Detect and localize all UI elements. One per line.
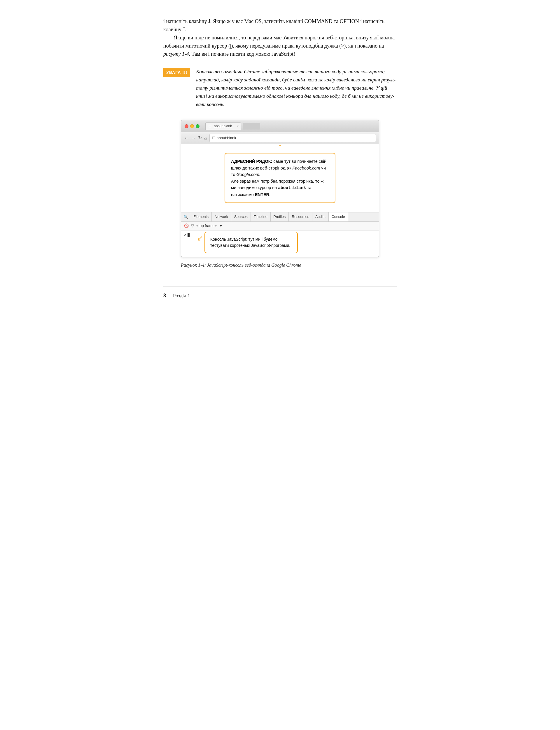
- console-callout-title: Консоль JavaScript:: [210, 237, 247, 241]
- maximize-button-icon: [196, 124, 199, 128]
- devtools-bar: 🔍 Elements Network Sources Timeline Prof…: [181, 212, 379, 222]
- devtools-search-icon: 🔍: [181, 213, 190, 221]
- reload-button: ↻: [198, 134, 202, 142]
- tab-page-icon: ☐: [209, 124, 211, 129]
- browser-mockup: ☐ about:blank × ← → ↻ ⌂ ☐ about:blank: [181, 120, 379, 257]
- page-content: і натисніть клавішу J. Якщо ж у вас Mac …: [163, 17, 397, 300]
- browser-tab: ☐ about:blank ×: [205, 122, 241, 130]
- devtools-tab-elements: Elements: [190, 212, 212, 221]
- devtools-tab-audits: Audits: [312, 212, 329, 221]
- browser-content: ↑ АДРЕСНИЙ РЯДОК: саме тут ви починаєте …: [181, 144, 379, 212]
- tab-title: about:blank: [214, 123, 232, 129]
- traffic-lights: [185, 124, 199, 128]
- callout-arrow-left: ↙: [197, 232, 203, 244]
- frame-label: <top frame>: [196, 223, 217, 229]
- devtools-tabs: Elements Network Sources Timeline Profil…: [190, 212, 348, 221]
- console-greater-than: >: [184, 232, 186, 238]
- callout-arrow-up: ↑: [278, 142, 282, 150]
- devtools-frame-bar: 🚫 ▽ <top frame> ▼: [181, 222, 379, 230]
- figure-caption: Рисунок 1-4: JavaScript-консоль веб-огля…: [181, 262, 301, 269]
- callout-title: АДРЕСНИЙ РЯДОК:: [231, 159, 272, 164]
- warning-text: Консоль веб-оглядача Chrome забарвлювати…: [196, 67, 397, 108]
- tab-close-icon: ×: [237, 124, 239, 129]
- minimize-button-icon: [190, 124, 194, 128]
- text-line-2a: Якщо ви ніде не помилилися, то перед вам…: [163, 35, 395, 49]
- address-callout-box: ↑ АДРЕСНИЙ РЯДОК: саме тут ви починаєте …: [225, 153, 335, 203]
- frame-dropdown-icon: ▼: [219, 223, 223, 229]
- tab-area: ☐ about:blank ×: [205, 122, 375, 130]
- devtools-tab-profiles: Profiles: [271, 212, 289, 221]
- page-number: 8: [163, 292, 166, 300]
- caption-text: JavaScript-консоль веб-оглядача Google C…: [207, 262, 301, 267]
- new-tab-placeholder: [243, 123, 260, 129]
- address-bar: ☐ about:blank: [209, 134, 376, 142]
- frame-filter-icon: ▽: [191, 223, 194, 229]
- callout-paragraph: АДРЕСНИЙ РЯДОК: саме тут ви починаєте св…: [231, 158, 329, 198]
- caption-italic: Рисунок 1-4:: [181, 262, 207, 267]
- devtools-tab-sources: Sources: [231, 212, 251, 221]
- console-cursor: [188, 233, 190, 237]
- text-line-1: і натисніть клавішу J. Якщо ж у вас Mac …: [163, 18, 384, 32]
- devtools-tab-console: Console: [329, 212, 348, 221]
- address-text: about:blank: [217, 135, 236, 141]
- home-button: ⌂: [204, 134, 207, 142]
- callout-enter: ENTER: [255, 192, 269, 197]
- paragraph-2: Якщо ви ніде не помилилися, то перед вам…: [163, 34, 397, 58]
- back-button: ←: [184, 134, 189, 142]
- console-callout-text: Консоль JavaScript: тут ми і будемо тест…: [210, 236, 292, 248]
- page-icon: ☐: [212, 135, 215, 141]
- close-button-icon: [185, 124, 188, 128]
- devtools-tab-timeline: Timeline: [251, 212, 271, 221]
- forward-button: →: [191, 134, 196, 142]
- figure-container: ☐ about:blank × ← → ↻ ⌂ ☐ about:blank: [163, 120, 397, 269]
- console-callout-box: ↙ Консоль JavaScript: тут ми і будемо те…: [204, 232, 298, 253]
- browser-titlebar: ☐ about:blank ×: [181, 120, 379, 132]
- callout-italic-2: Google.com.: [237, 172, 260, 177]
- frame-prohibit-icon: 🚫: [184, 223, 189, 229]
- page-chapter: Розділ 1: [173, 292, 190, 300]
- text-italic-ref: рисунку 1-4.: [163, 51, 190, 57]
- devtools-console-area: > ↙ Консоль JavaScript: тут ми і будемо …: [181, 230, 379, 257]
- warning-block: УВАГА !!! Консоль веб-оглядача Chrome за…: [163, 67, 397, 108]
- text-line-2b: Там ви і почнете писати код мовою JavaSc…: [190, 51, 295, 57]
- page-footer: 8 Розділ 1: [163, 286, 397, 300]
- callout-italic-1: Facebook.com: [292, 166, 320, 170]
- warning-badge: УВАГА !!!: [163, 68, 190, 77]
- callout-code: about:blank: [278, 185, 306, 190]
- devtools-tab-resources: Resources: [289, 212, 312, 221]
- callout-dot: .: [269, 192, 270, 197]
- paragraph-1: і натисніть клавішу J. Якщо ж у вас Mac …: [163, 17, 397, 34]
- devtools-tab-network: Network: [212, 212, 231, 221]
